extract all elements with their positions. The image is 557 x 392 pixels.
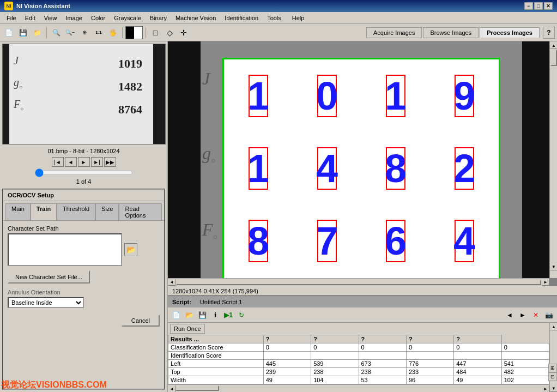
zoom-in-button[interactable]: 🔍 xyxy=(50,26,63,39)
table-hscroll-left[interactable]: ◄ xyxy=(168,385,175,392)
help-button[interactable]: ? xyxy=(543,27,555,39)
preview-number-1482: 1482 xyxy=(118,75,142,98)
new-charset-file-button[interactable]: New Character Set File... xyxy=(8,270,90,284)
tab-read-options[interactable]: Read Options xyxy=(119,203,162,220)
zoom-fit-button[interactable]: ⊕ xyxy=(78,26,91,39)
tab-content: Character Set Path 📂 New Character Set F… xyxy=(3,220,164,312)
script-new-btn[interactable]: 📄 xyxy=(170,309,182,321)
script-camera-btn[interactable]: 📷 xyxy=(543,309,555,321)
menu-color[interactable]: Color xyxy=(87,14,110,22)
browse-button[interactable]: 📂 xyxy=(124,243,137,256)
nav-prev-button[interactable]: ◄ xyxy=(65,157,77,167)
maximize-button[interactable]: □ xyxy=(534,2,543,10)
results-vscroll-down[interactable]: ▼ xyxy=(550,384,557,392)
cancel-button[interactable]: Cancel xyxy=(122,315,160,327)
tab-threshold[interactable]: Threshold xyxy=(57,203,95,220)
nav-play-button[interactable]: ▶▶ xyxy=(104,157,116,167)
character-set-path-input[interactable] xyxy=(8,233,122,266)
menu-identification[interactable]: Identification xyxy=(220,14,263,22)
nav-slider[interactable] xyxy=(35,168,133,177)
digit-8-row2: 8 xyxy=(385,146,407,191)
row-left-label: Left xyxy=(168,360,264,368)
digit-2-row2: 2 xyxy=(453,146,475,191)
row-top-v1: 239 xyxy=(263,368,311,376)
menu-help[interactable]: Help xyxy=(288,14,309,22)
strip-letter-f: F○ xyxy=(202,220,217,242)
nav-counter: 1 of 4 xyxy=(0,178,167,185)
tab-train[interactable]: Train xyxy=(31,203,57,220)
script-info-btn[interactable]: ℹ xyxy=(209,309,221,321)
strip-letter-j: J xyxy=(202,69,217,89)
script-stop-btn[interactable]: ✕ xyxy=(530,309,542,321)
nav-next-button[interactable]: ► xyxy=(78,157,90,167)
ellipse-select-button[interactable]: ◇ xyxy=(163,26,176,39)
hscroll-thumb[interactable] xyxy=(176,280,541,285)
image-display: J g○ F○ 1 0 xyxy=(168,41,557,286)
row-top-v3: 238 xyxy=(359,368,406,376)
menu-file[interactable]: File xyxy=(2,14,21,22)
vertical-scrollbar[interactable]: ▲ ▼ xyxy=(549,41,557,278)
script-open-btn[interactable]: 📂 xyxy=(183,309,195,321)
digit-1b-row1: 1 xyxy=(385,74,407,118)
script-save-btn[interactable]: 💾 xyxy=(196,309,208,321)
tab-size[interactable]: Size xyxy=(95,203,119,220)
save-button[interactable]: 💾 xyxy=(16,26,29,39)
minimize-button[interactable]: − xyxy=(524,2,533,10)
col-header-1: ? xyxy=(263,335,311,343)
menu-view[interactable]: View xyxy=(40,14,62,22)
process-images-button[interactable]: Process Images xyxy=(480,27,540,38)
script-next-step-btn[interactable]: ► xyxy=(517,309,529,321)
menu-machine-vision[interactable]: Machine Vision xyxy=(171,14,220,22)
side-icon-top[interactable]: ⊞ xyxy=(548,364,557,372)
col-header-results: Results ... xyxy=(168,335,264,343)
row-top-v6: 482 xyxy=(501,368,549,376)
browse-images-button[interactable]: Browse Images xyxy=(423,27,479,38)
hscroll-right-btn[interactable]: ► xyxy=(542,279,549,286)
script-prev-step-btn[interactable]: ◄ xyxy=(504,309,516,321)
number-row-3: 8 7 6 4 xyxy=(224,205,499,278)
pan-button[interactable]: 🖐 xyxy=(106,26,119,39)
vscroll-thumb[interactable] xyxy=(550,50,557,66)
zoom-out-button[interactable]: 🔍− xyxy=(64,26,77,39)
acquire-images-button[interactable]: Acquire Images xyxy=(366,27,422,38)
horizontal-scrollbar[interactable]: ◄ ► xyxy=(168,278,549,286)
run-once-label[interactable]: Run Once xyxy=(170,324,205,334)
crosshair-button[interactable]: ✛ xyxy=(177,26,190,39)
table-hscroll[interactable]: ◄ ► xyxy=(168,384,549,392)
title-text: NI Vision Assistant xyxy=(16,3,524,9)
table-hscroll-right[interactable]: ► xyxy=(542,385,549,392)
close-button[interactable]: ✕ xyxy=(544,2,553,10)
results-vscroll[interactable]: ▲ ▼ xyxy=(549,323,557,392)
tab-main[interactable]: Main xyxy=(5,203,31,220)
script-run1-btn[interactable]: ▶1 xyxy=(222,309,234,321)
results-vscroll-up[interactable]: ▲ xyxy=(550,323,557,330)
zoom-1x-button[interactable]: 1:1 xyxy=(92,26,105,39)
menu-binary[interactable]: Binary xyxy=(146,14,171,22)
row-classification-v2: 0 xyxy=(311,343,359,352)
hscroll-left-btn[interactable]: ◄ xyxy=(168,279,175,286)
menu-edit[interactable]: Edit xyxy=(21,14,40,22)
nav-last-button[interactable]: ►| xyxy=(91,157,103,167)
menu-image[interactable]: Image xyxy=(61,14,87,22)
vscroll-up-btn[interactable]: ▲ xyxy=(550,41,557,49)
row-left-v1: 445 xyxy=(263,360,311,368)
row-classification-label: Classification Score xyxy=(168,343,264,352)
row-width-v3: 53 xyxy=(359,376,406,384)
menu-tools[interactable]: Tools xyxy=(263,14,286,22)
annulus-orientation-select[interactable]: Baseline Inside xyxy=(8,297,84,308)
digit-4-row3: 4 xyxy=(453,219,475,263)
vscroll-down-btn[interactable]: ▼ xyxy=(550,263,557,270)
main-layout: J g○ F○ 1019 1482 8764 01.bmp - 8-bit - … xyxy=(0,41,557,392)
row-left-v4: 776 xyxy=(406,360,453,368)
script-toolbar: 📄 📂 💾 ℹ ▶1 ↻ ◄ ► ✕ 📷 xyxy=(168,307,557,323)
ocr-tabs: Main Train Threshold Size Read Options xyxy=(3,201,164,220)
table-hscroll-thumb[interactable] xyxy=(175,385,219,391)
rect-select-button[interactable]: □ xyxy=(149,26,162,39)
menu-grayscale[interactable]: Grayscale xyxy=(110,14,146,22)
nav-first-button[interactable]: |◄ xyxy=(52,157,64,167)
folder-button[interactable]: 📁 xyxy=(31,26,44,39)
new-button[interactable]: 📄 xyxy=(2,26,15,39)
script-loop-btn[interactable]: ↻ xyxy=(235,309,247,321)
side-icon-bottom[interactable]: ⊟ xyxy=(548,372,557,381)
number-row-1: 1 0 1 9 xyxy=(224,59,499,132)
